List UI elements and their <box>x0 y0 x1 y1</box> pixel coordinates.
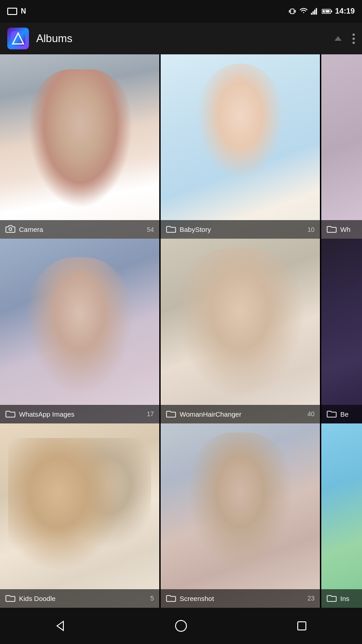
album-partial-1-thumb <box>321 239 362 423</box>
wifi-icon <box>299 8 308 15</box>
album-screenshot[interactable]: Screenshot 23 <box>161 423 321 608</box>
album-screenshot-name: Screenshot <box>180 595 214 602</box>
album-camera-thumb <box>0 54 159 239</box>
folder-icon-partial1 <box>327 409 337 419</box>
album-screenshot-label: Screenshot 23 <box>161 589 320 608</box>
overflow-menu-button[interactable] <box>352 34 355 44</box>
svg-point-12 <box>9 228 12 231</box>
album-whatsapp[interactable]: WhatsApp Images 17 <box>0 239 161 423</box>
camera-icon <box>5 225 15 234</box>
svg-rect-1 <box>289 10 290 13</box>
album-kidsdoodle[interactable]: Kids Doodle 5 <box>0 423 161 608</box>
album-partial-1-name: Be <box>340 410 348 418</box>
album-partial-2[interactable]: Ins <box>321 423 362 608</box>
album-kidsdoodle-name: Kids Doodle <box>19 595 56 602</box>
folder-icon-partial2 <box>327 594 337 603</box>
album-whatsapp-thumb <box>0 239 159 423</box>
status-time: 14:19 <box>335 7 355 16</box>
svg-rect-15 <box>298 622 306 630</box>
album-babystory-thumb <box>161 54 320 239</box>
album-babystory[interactable]: BabyStory 10 <box>161 54 321 239</box>
toolbar-title: Albums <box>36 32 327 45</box>
status-bar-left: N <box>7 7 26 15</box>
album-partial-0-name: Wh <box>340 226 351 233</box>
album-camera-name: Camera <box>19 226 43 233</box>
folder-icon-kids <box>5 594 15 603</box>
album-partial-2-thumb <box>321 423 362 608</box>
folder-icon-partial0 <box>327 225 337 234</box>
album-partial-2-name: Ins <box>340 595 349 602</box>
album-kidsdoodle-thumb <box>0 423 159 608</box>
album-partial-0[interactable]: Wh <box>321 54 362 239</box>
status-bar-right: 14:19 <box>288 7 355 16</box>
toolbar: Albums <box>0 23 362 54</box>
album-partial-2-label: Ins <box>321 589 362 608</box>
folder-icon-whatsapp <box>5 409 15 419</box>
svg-rect-0 <box>291 9 294 14</box>
svg-rect-3 <box>311 13 312 15</box>
n-icon: N <box>21 7 26 15</box>
album-kidsdoodle-count: 5 <box>150 595 154 602</box>
signal-icon <box>311 8 319 15</box>
album-womanhair-name: WomanHairChanger <box>180 410 241 418</box>
album-whatsapp-count: 17 <box>147 410 154 418</box>
album-womanhair-thumb <box>161 239 320 423</box>
album-womanhair-label: WomanHairChanger 40 <box>161 405 320 423</box>
folder-icon-womanhair <box>166 409 176 419</box>
album-babystory-name: BabyStory <box>180 226 211 233</box>
album-partial-1-label: Be <box>321 405 362 423</box>
vibrate-icon <box>288 7 296 15</box>
album-babystory-label: BabyStory 10 <box>161 220 320 239</box>
svg-rect-6 <box>315 8 317 14</box>
albums-grid: Camera 54 BabyStory 10 <box>0 54 362 608</box>
album-row-0: Camera 54 BabyStory 10 <box>0 54 362 239</box>
folder-icon-screenshot <box>166 594 176 603</box>
svg-point-14 <box>176 620 186 631</box>
album-partial-0-thumb <box>321 54 362 239</box>
svg-rect-8 <box>331 10 332 12</box>
notification-icon <box>7 8 17 15</box>
album-partial-0-label: Wh <box>321 220 362 239</box>
album-whatsapp-name: WhatsApp Images <box>19 410 75 418</box>
back-button[interactable] <box>47 612 74 639</box>
album-whatsapp-label: WhatsApp Images 17 <box>0 405 159 423</box>
svg-marker-13 <box>57 621 63 630</box>
svg-rect-4 <box>312 11 314 14</box>
album-camera-count: 54 <box>147 226 154 233</box>
status-bar: N 14:19 <box>0 0 362 23</box>
album-screenshot-count: 23 <box>307 595 314 602</box>
album-screenshot-thumb <box>161 423 320 608</box>
album-babystory-count: 10 <box>307 226 314 233</box>
recent-button[interactable] <box>288 612 315 639</box>
album-camera[interactable]: Camera 54 <box>0 54 161 239</box>
album-row-2: Kids Doodle 5 Screenshot 23 <box>0 423 362 608</box>
sort-indicator <box>334 36 342 41</box>
folder-icon-babystory <box>166 225 176 234</box>
svg-rect-2 <box>295 10 295 13</box>
album-partial-1[interactable]: Be <box>321 239 362 423</box>
album-womanhair-count: 40 <box>307 410 314 418</box>
app-icon <box>7 28 29 49</box>
album-womanhair[interactable]: WomanHairChanger 40 <box>161 239 321 423</box>
album-row-1: WhatsApp Images 17 WomanHairChanger 40 <box>0 239 362 423</box>
svg-rect-5 <box>314 10 315 14</box>
album-kidsdoodle-label: Kids Doodle 5 <box>0 589 159 608</box>
home-button[interactable] <box>167 612 195 639</box>
nav-bar <box>0 608 362 644</box>
album-camera-label: Camera 54 <box>0 220 159 239</box>
battery-icon <box>322 8 333 14</box>
